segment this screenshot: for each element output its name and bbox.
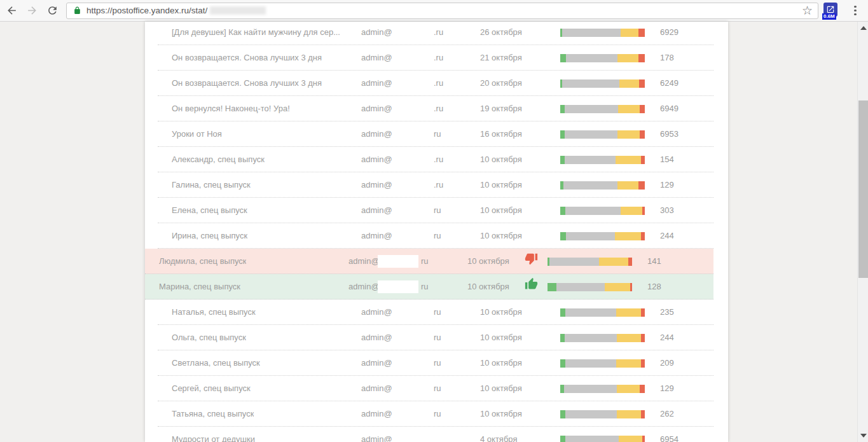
- refresh-icon: [46, 4, 59, 17]
- campaign-title: Людмила, спец выпуск: [159, 249, 246, 274]
- bar-segment-opened: [560, 308, 565, 317]
- forward-arrow-icon: [26, 4, 38, 17]
- back-button[interactable]: [3, 2, 20, 20]
- recipient-count: 129: [660, 172, 674, 198]
- sender-domain: ru: [434, 325, 441, 350]
- browser-menu-button[interactable]: [849, 3, 862, 18]
- recipient-count: 235: [660, 300, 674, 325]
- bar-segment-unread: [562, 79, 619, 88]
- recipient-count: 244: [660, 223, 674, 249]
- campaign-title: Татьяна, спец выпуск: [172, 401, 254, 427]
- sender-domain: .ru: [434, 71, 443, 96]
- bar-segment-deleted: [621, 29, 638, 37]
- send-date: 10 октября: [480, 147, 522, 172]
- sender-email: admin@: [361, 22, 392, 45]
- delivery-status-bar: [560, 105, 645, 113]
- forward-button[interactable]: [23, 2, 41, 20]
- recipient-count: 178: [660, 45, 674, 71]
- bar-segment-unread: [565, 359, 616, 368]
- send-date: 19 октября: [480, 96, 522, 121]
- send-date: 10 октября: [467, 249, 509, 274]
- recipient-count: 128: [647, 274, 661, 300]
- sender-domain: .ru: [434, 147, 443, 172]
- bar-segment-unread: [565, 334, 617, 342]
- vertical-scrollbar[interactable]: [857, 22, 868, 442]
- delivery-status-bar: [560, 232, 645, 240]
- bar-segment-opened: [560, 207, 565, 215]
- sender-domain: ru: [421, 249, 429, 274]
- send-date: 10 октября: [480, 401, 522, 427]
- table-row[interactable]: Он вернулся! Наконец-то! Ура! admin@ .ru…: [158, 96, 713, 121]
- bar-segment-deleted: [618, 105, 640, 113]
- table-row[interactable]: Ирина, спец выпуск admin@ ru 10 октября …: [158, 223, 713, 249]
- campaign-title: Александр, спец выпуск: [172, 147, 265, 172]
- bar-segment-spam: [641, 359, 645, 368]
- bar-segment-spam: [639, 79, 645, 88]
- bookmark-star-icon[interactable]: ☆: [802, 4, 813, 17]
- bar-segment-deleted: [616, 156, 641, 164]
- table-row[interactable]: Людмила, спец выпуск admin@ ru 10 октябр…: [145, 249, 713, 274]
- send-date: 10 октября: [467, 274, 509, 300]
- table-row[interactable]: Наталья, спец выпуск admin@ ru 10 октябр…: [158, 300, 713, 325]
- bar-segment-unread: [564, 385, 617, 393]
- send-date: 10 октября: [480, 350, 522, 376]
- table-row[interactable]: Александр, спец выпуск admin@ .ru 10 окт…: [158, 147, 713, 172]
- table-row[interactable]: Он возвращается. Снова лучших 3 дня admi…: [158, 71, 713, 96]
- bar-segment-spam: [640, 385, 645, 393]
- table-row[interactable]: Мудрости от дедушки admin@ 4 октября 695…: [158, 427, 713, 442]
- bar-segment-opened: [560, 54, 566, 62]
- bar-segment-unread: [566, 232, 615, 240]
- table-row[interactable]: Татьяна, спец выпуск admin@ ru 10 октябр…: [158, 401, 713, 427]
- extension-button[interactable]: 0.6M: [823, 1, 840, 20]
- recipient-count: 141: [647, 249, 661, 274]
- campaign-title: Мудрости от дедушки: [172, 427, 255, 442]
- send-date: 16 октября: [480, 121, 522, 147]
- sender-domain: .ru: [434, 45, 443, 71]
- sender-domain: .ru: [434, 96, 443, 121]
- delivery-status-bar: [560, 181, 645, 190]
- send-date: 26 октября: [480, 22, 522, 45]
- bar-segment-unread: [565, 207, 621, 215]
- send-date: 10 октября: [480, 223, 522, 249]
- bar-segment-unread: [565, 410, 617, 418]
- campaign-title: Наталья, спец выпуск: [172, 300, 256, 325]
- table-row[interactable]: Марина, спец выпуск admin@ ru 10 октября…: [145, 274, 713, 300]
- scroll-up-arrow-icon[interactable]: [858, 23, 868, 33]
- scrollbar-thumb[interactable]: [858, 100, 868, 278]
- address-bar[interactable]: https://postoffice.yandex.ru/stat/ ☆: [66, 3, 818, 19]
- sender-email: admin@: [361, 198, 392, 223]
- sender-domain: ru: [434, 376, 441, 401]
- recipient-count: 6949: [660, 96, 679, 121]
- table-row[interactable]: [Для девушек] Как найти мужчину для сер.…: [158, 22, 713, 45]
- delivery-status-bar: [560, 29, 645, 37]
- campaign-title: [Для девушек] Как найти мужчину для сер.…: [172, 22, 340, 45]
- sender-email: admin@: [361, 325, 392, 350]
- send-date: 20 октября: [480, 71, 522, 96]
- scroll-down-arrow-icon[interactable]: [858, 431, 868, 441]
- table-row[interactable]: Галина, спец выпуск admin@ .ru 10 октябр…: [158, 172, 713, 198]
- sender-email: admin@: [348, 249, 380, 274]
- bar-segment-unread: [565, 308, 616, 317]
- table-row[interactable]: Он возвращается. Снова лучших 3 дня admi…: [158, 45, 713, 71]
- sender-email: admin@: [361, 121, 392, 147]
- table-row[interactable]: Ольга, спец выпуск admin@ ru 10 октября …: [158, 325, 713, 350]
- sender-domain: ru: [434, 300, 441, 325]
- table-row[interactable]: Сергей, спец выпуск admin@ ru 10 октября…: [158, 376, 713, 401]
- table-row[interactable]: Светлана, спец выпуск admin@ ru 10 октяб…: [158, 350, 713, 376]
- sender-email: admin@: [361, 300, 392, 325]
- refresh-button[interactable]: [43, 2, 61, 20]
- bar-segment-deleted: [616, 359, 641, 368]
- back-arrow-icon: [6, 4, 18, 17]
- delivery-status-bar: [548, 283, 632, 291]
- extension-badge: 0.6M: [822, 13, 836, 20]
- sender-domain: ru: [434, 198, 441, 223]
- table-row[interactable]: Уроки от Ноя admin@ ru 16 октября 6953: [158, 121, 713, 147]
- send-date: 10 октября: [480, 198, 522, 223]
- bar-segment-spam: [641, 308, 645, 317]
- url-redacted-segment: [210, 6, 266, 15]
- bar-segment-spam: [641, 410, 645, 418]
- stats-content-panel: [Для девушек] Как найти мужчину для сер.…: [145, 22, 728, 442]
- sender-email: admin@: [361, 172, 392, 198]
- bar-segment-deleted: [617, 334, 641, 342]
- table-row[interactable]: Елена, спец выпуск admin@ ru 10 октября …: [158, 198, 713, 223]
